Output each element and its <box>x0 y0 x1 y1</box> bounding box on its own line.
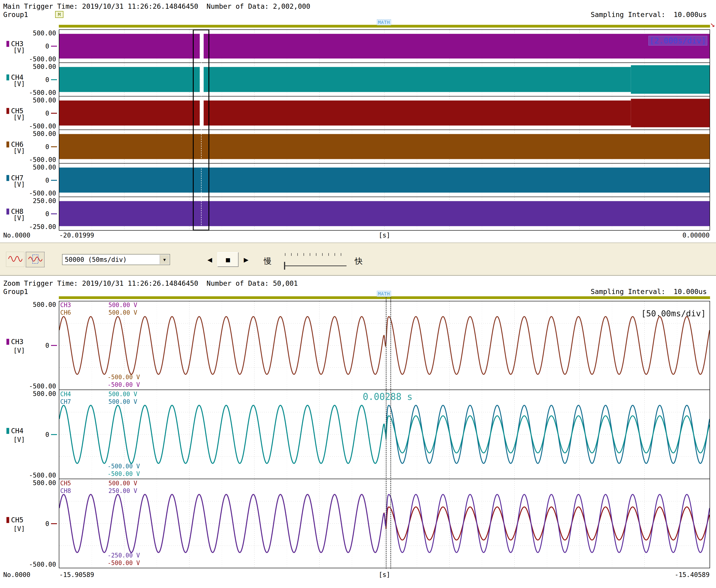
ch5-axis-min: -500.00 <box>29 122 56 130</box>
ch3-label: CH3 <box>6 338 23 346</box>
ch3-envelope-canvas <box>59 30 710 62</box>
ch4-zero-tick <box>51 434 57 435</box>
main-sampling-value: 10.000us <box>674 10 707 19</box>
ch6-zero: 0 <box>45 143 49 151</box>
legend-entry: CH7500.00 V <box>60 398 137 406</box>
ch8-envelope-canvas <box>59 197 710 230</box>
ch7-envelope-canvas <box>59 164 710 196</box>
ch3-axis-min: -500.00 <box>29 382 56 390</box>
ch8-axis-max: 250.00 <box>33 197 56 205</box>
single-waveform-view-button[interactable] <box>6 252 24 267</box>
zoom-cursor-b[interactable] <box>390 297 391 569</box>
zoom-x-axis: No.0000 -15.90589 [s] -15.40589 <box>0 571 716 579</box>
ch5-unit: [V] <box>13 525 25 533</box>
ch5-label: CH5 <box>6 516 23 524</box>
zoom-waveform-view-button[interactable] <box>26 252 45 267</box>
main-plot-ch3[interactable] <box>59 29 710 63</box>
channel-gutter-ch5: 500.00-500.00CH5[V]0 <box>0 479 58 568</box>
ch6-axis-min: -500.00 <box>29 156 56 164</box>
ch5-zero: 0 <box>45 109 49 117</box>
legend-entry: -500.00 V <box>107 374 140 381</box>
zoom-plot-ch4[interactable] <box>59 390 710 479</box>
main-timediv-label: [2.000s/div] <box>649 36 707 45</box>
channel-strip-ch7: 500.00-500.00CH7[V]0 <box>0 164 716 197</box>
ch4-unit: [V] <box>13 80 25 88</box>
ch8-zero-tick <box>51 213 57 214</box>
panel-legend-bottom: -250.00 V-500.00 V <box>107 552 140 567</box>
panel-legend-top: CH4500.00 VCH7500.00 V <box>60 391 137 406</box>
panel-legend-bottom: -500.00 V-500.00 V <box>107 463 140 478</box>
legend-entry: -500.00 V <box>107 470 140 478</box>
main-count-label: Number of Data: <box>207 2 269 10</box>
main-math-badge: MATH <box>377 19 391 25</box>
zoom-plot-ch3[interactable] <box>59 301 710 390</box>
speed-slider[interactable] <box>285 266 347 266</box>
main-plot-ch4[interactable] <box>59 63 710 97</box>
ch3-axis-min: -500.00 <box>29 55 56 63</box>
zoom-plot-ch5[interactable] <box>59 479 710 568</box>
zoom-count-value: 50,001 <box>273 279 298 287</box>
fast-label: 快 <box>355 256 363 267</box>
channel-strip-ch3: 500.00-500.00CH3[V]0 <box>0 29 716 63</box>
main-x-left: -20.01999 <box>59 232 94 239</box>
ch3-unit: [V] <box>13 347 25 354</box>
toolbar: 50000 (50ms/div) ▼ ◀ ■ ▶ 慢 快 <box>0 243 716 276</box>
ch4-zero: 0 <box>45 76 49 84</box>
playback-controls: ◀ ■ ▶ <box>202 253 254 267</box>
channel-strip-ch5: 500.00-500.00CH5[V]0 <box>0 97 716 130</box>
zoom-sampling-interval: Sampling Interval:10.000us <box>591 288 707 296</box>
ch4-axis-min: -500.00 <box>29 89 56 97</box>
ch5-zero-tick <box>51 523 57 524</box>
ch6-zero-tick <box>51 146 57 147</box>
zoom-panel-ch3: 500.00-500.00CH3[V]0CH3500.00 VCH6500.00… <box>0 301 716 390</box>
channel-gutter-ch8: 250.00-250.00CH8[V]0 <box>0 197 58 231</box>
ch4-zero: 0 <box>45 431 49 439</box>
ch7-unit: [V] <box>13 181 25 188</box>
ch4-color-chip <box>6 75 9 80</box>
legend-entry: CH6500.00 V <box>60 309 137 316</box>
group-math-icon[interactable]: M <box>55 11 63 18</box>
channel-gutter-ch3: 500.00-500.00CH3[V]0 <box>0 29 58 63</box>
legend-entry: -500.00 V <box>107 381 140 388</box>
main-count-value: 2,002,000 <box>273 2 310 10</box>
step-backward-button[interactable]: ◀ <box>202 253 217 267</box>
legend-entry: -250.00 V <box>107 552 140 559</box>
ch8-unit: [V] <box>13 214 25 222</box>
channel-gutter-ch4: 500.00-500.00CH4[V]0 <box>0 390 58 479</box>
ch4-color-chip <box>6 428 9 434</box>
main-record-no: No.0000 <box>3 232 30 239</box>
main-x-axis: No.0000 -20.01999 [s] 0.00000 <box>0 232 716 239</box>
ch5-wave-canvas <box>59 479 710 568</box>
zoom-waveform-icon <box>28 254 42 265</box>
stop-button[interactable]: ■ <box>217 252 239 267</box>
panel-legend-bottom: -500.00 V-500.00 V <box>107 374 140 388</box>
ch3-color-chip <box>6 339 9 345</box>
zoom-trigger-time: 2019/10/31 11:26:26.14846450 <box>82 279 198 287</box>
channel-gutter-ch6: 500.00-500.00CH6[V]0 <box>0 130 58 164</box>
ch5-color-chip <box>6 517 9 523</box>
ch6-axis-max: 500.00 <box>33 130 56 138</box>
zoom-region-box[interactable] <box>193 29 209 231</box>
channel-gutter-ch3: 500.00-500.00CH3[V]0 <box>0 301 58 390</box>
main-plot-ch8[interactable] <box>59 197 710 231</box>
ch7-axis-min: -500.00 <box>29 189 56 197</box>
main-group-label: Group1 <box>3 10 28 19</box>
main-trigger-header: Main Trigger Time:2019/10/31 11:26:26.14… <box>3 2 310 10</box>
step-forward-button[interactable]: ▶ <box>239 253 254 267</box>
channel-strip-ch4: 500.00-500.00CH4[V]0 <box>0 63 716 97</box>
zoom-x-unit: [s] <box>379 571 390 579</box>
chevron-down-icon[interactable]: ▼ <box>160 255 169 264</box>
ch5-axis-max: 500.00 <box>33 97 56 104</box>
zoom-sampling-label: Sampling Interval: <box>591 288 665 296</box>
ch6-color-chip <box>6 142 9 147</box>
main-plot-ch6[interactable] <box>59 130 710 164</box>
speed-slider-thumb[interactable] <box>284 262 285 270</box>
legend-entry: CH3500.00 V <box>60 301 137 309</box>
scroll-corner-arrow-icon[interactable]: ↘ <box>710 19 715 29</box>
main-plot-ch7[interactable] <box>59 164 710 197</box>
zoom-cursor-a[interactable] <box>386 297 387 569</box>
record-length-select[interactable]: 50000 (50ms/div) ▼ <box>62 254 170 265</box>
main-plot-ch5[interactable] <box>59 97 710 130</box>
legend-entry: -500.00 V <box>107 559 140 567</box>
ch5-envelope-canvas <box>59 97 710 129</box>
